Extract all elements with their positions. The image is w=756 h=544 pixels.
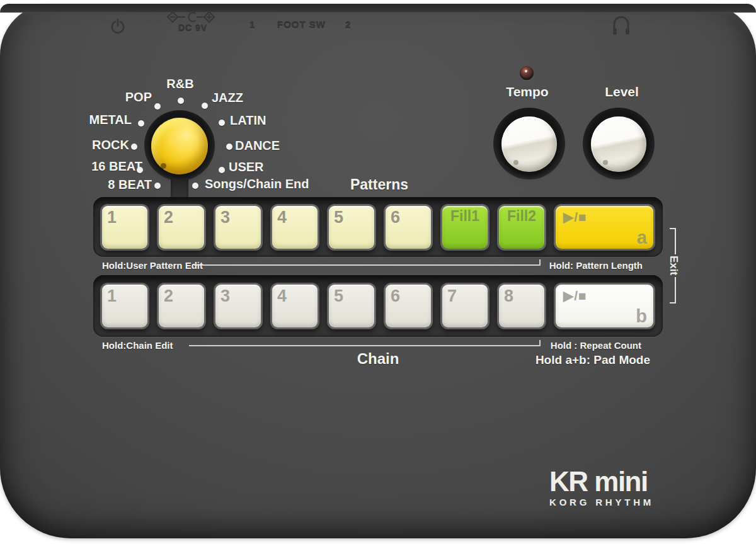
hold-pad-mode-label: Hold a+b: Pad Mode: [536, 353, 650, 367]
selector-dot: [138, 120, 144, 127]
fill2-pad[interactable]: Fill2: [499, 206, 544, 249]
row-a-letter: a: [637, 227, 647, 248]
exit-bracket: Exit: [670, 228, 676, 303]
pattern-tray-a: 1 2 3 4 5 6 Fill1 Fill2 ▶/■ a: [93, 197, 663, 257]
selector-dot: [226, 144, 232, 150]
selector-label-jazz: JAZZ: [212, 91, 243, 104]
pattern-pad-1[interactable]: 1: [102, 206, 147, 249]
dc-voltage-label: DC 9V: [171, 23, 214, 33]
pattern-pad-6[interactable]: 6: [386, 206, 431, 249]
selector-label-metal: METAL: [89, 113, 132, 126]
selector-label-8beat: 8 BEAT: [108, 178, 152, 191]
kr-mini-device-body: DC 9V 1 FOOT SW 2 R&B POP JAZZ METAL LAT…: [0, 4, 756, 538]
exit-bracket-bottom: [670, 277, 676, 303]
tempo-label: Tempo: [496, 85, 559, 99]
selector-dot: [192, 183, 198, 189]
selector-label-pop: POP: [125, 91, 152, 103]
selector-dot: [219, 120, 225, 126]
selector-dot: [219, 167, 225, 173]
selector-label-dance: DANCE: [235, 139, 280, 152]
play-stop-button-b[interactable]: ▶/■ b: [556, 285, 653, 327]
selector-dot: [137, 167, 143, 173]
selector-dot: [154, 103, 161, 110]
hold-line-b: [189, 345, 541, 346]
brand-sub-name: KORG RHYTHM: [549, 497, 675, 507]
exit-label: Exit: [670, 256, 677, 275]
footsw-label: FOOT SW: [277, 20, 326, 30]
power-icon: [110, 18, 126, 35]
selector-label-16beat: 16 BEAT: [91, 160, 142, 173]
selector-dot: [178, 98, 184, 104]
selector-dot: [154, 183, 161, 189]
hold-chain-edit-label: Hold:Chain Edit: [102, 340, 173, 351]
model-name: KR mini: [549, 470, 675, 494]
chain-pad-4[interactable]: 4: [272, 285, 318, 327]
level-knob[interactable]: [591, 116, 646, 172]
chain-pad-7[interactable]: 7: [442, 285, 488, 327]
chain-tray-b: 1 2 3 4 5 6 7 8 ▶/■ b: [93, 275, 663, 337]
selector-label-songs-chain-end: Songs/Chain End: [205, 178, 309, 190]
selector-label-rock: ROCK: [92, 139, 129, 151]
selector-label-latin: LATIN: [230, 114, 266, 127]
pattern-pad-4[interactable]: 4: [272, 206, 318, 249]
headphone-icon: [611, 13, 631, 37]
chain-title: Chain: [315, 351, 441, 367]
chain-pad-2[interactable]: 2: [159, 285, 204, 327]
selector-label-rnb: R&B: [155, 77, 205, 90]
selector-dot: [202, 103, 208, 109]
play-stop-button-a[interactable]: ▶/■ a: [556, 206, 653, 249]
exit-bracket-top: [670, 228, 676, 254]
footsw-jack-2-label: 2: [345, 20, 350, 30]
play-stop-icon: ▶/■: [563, 288, 587, 303]
row-b-letter: b: [636, 306, 647, 327]
brand-logo: KR mini KORG RHYTHM: [549, 470, 675, 507]
chain-pad-5[interactable]: 5: [329, 285, 374, 327]
footsw-jack-1-label: 1: [249, 20, 255, 30]
chain-pad-8[interactable]: 8: [499, 285, 544, 327]
hold-pattern-length-label: Hold: Pattern Length: [549, 260, 643, 271]
pattern-pad-5[interactable]: 5: [329, 206, 374, 249]
patterns-title: Patterns: [316, 177, 442, 192]
selector-dot: [131, 144, 137, 150]
level-label: Level: [590, 85, 653, 99]
hold-repeat-count-label: Hold : Repeat Count: [551, 340, 641, 351]
hold-line-a: [194, 264, 541, 266]
selector-label-user: USER: [229, 161, 264, 173]
pattern-pad-3[interactable]: 3: [215, 206, 261, 249]
chain-pad-6[interactable]: 6: [386, 285, 431, 327]
pattern-pad-2[interactable]: 2: [159, 206, 204, 249]
hold-user-pattern-edit-label: Hold:User Pattern Edit: [102, 260, 203, 271]
dc-polarity-icon: [166, 11, 215, 23]
genre-selector-knob[interactable]: [151, 118, 208, 174]
chain-pad-1[interactable]: 1: [102, 285, 147, 327]
product-photo: DC 9V 1 FOOT SW 2 R&B POP JAZZ METAL LAT…: [0, 0, 756, 544]
tempo-knob[interactable]: [501, 116, 557, 172]
tempo-led: [520, 66, 534, 80]
play-stop-icon: ▶/■: [563, 210, 587, 225]
chain-pad-3[interactable]: 3: [215, 285, 261, 327]
fill1-pad[interactable]: Fill1: [442, 206, 488, 249]
